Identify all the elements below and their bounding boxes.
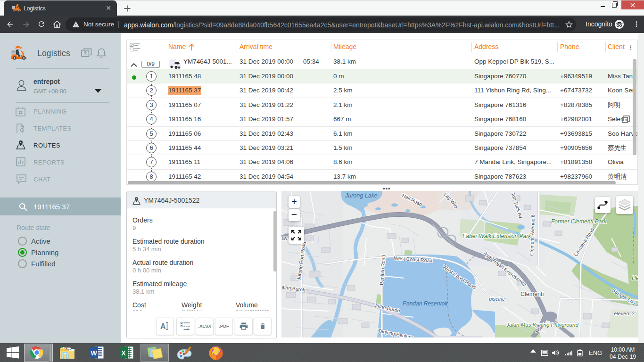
svg-text:We: We [535, 324, 541, 332]
svg-text:He: He [632, 275, 638, 281]
svg-text:Clementi: Clementi [520, 291, 544, 297]
svg-text:Jalan Mas Kuning Playground: Jalan Mas Kuning Playground [506, 322, 578, 328]
svg-text:eleven^2: eleven^2 [614, 311, 635, 316]
svg-text:Pandan Reservoir: Pandan Reservoir [403, 300, 448, 307]
svg-text:Faber Walk Extension Park: Faber Walk Extension Park [462, 233, 531, 239]
svg-text:piscine: piscine [488, 296, 505, 302]
svg-text:?: ? [83, 50, 87, 56]
svg-text:Former Clementi Park: Former Clementi Park [551, 218, 607, 225]
svg-text:sw: sw [281, 236, 288, 241]
svg-text:W: W [91, 349, 97, 357]
svg-text:Jurong Lake: Jurong Lake [345, 192, 378, 199]
svg-text:X: X [121, 349, 126, 357]
svg-text:A: A [160, 322, 166, 330]
